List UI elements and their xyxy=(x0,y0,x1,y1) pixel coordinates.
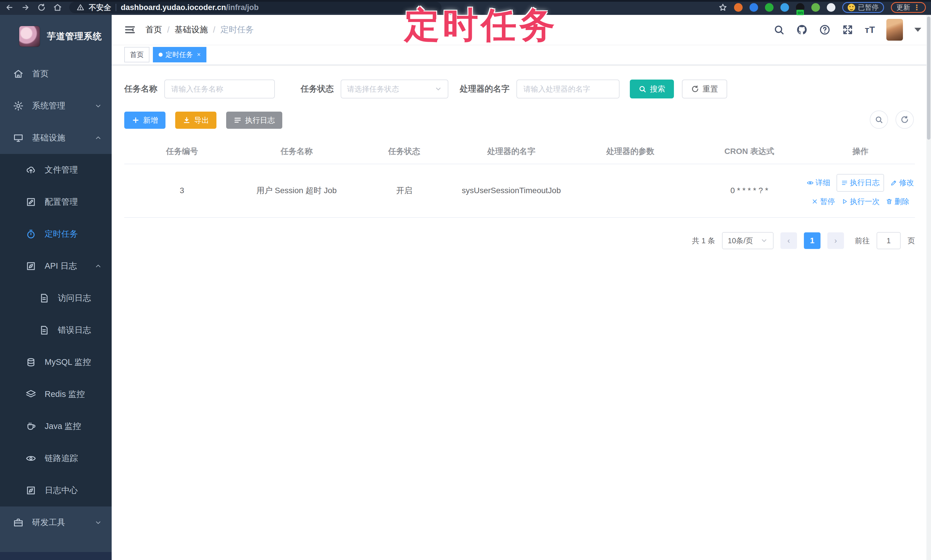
sidebar-item-14[interactable]: 研发工具 xyxy=(0,506,112,538)
op-执行一次-link[interactable]: 执行一次 xyxy=(841,196,880,208)
search-icon[interactable] xyxy=(773,24,785,35)
download-icon xyxy=(183,116,191,124)
sidebar-item-2[interactable]: 基础设施 xyxy=(0,122,112,154)
sidebar-item-1[interactable]: 系统管理 xyxy=(0,90,112,122)
column-header-1: 任务名称 xyxy=(240,140,354,164)
current-page-button[interactable]: 1 xyxy=(804,232,820,249)
goto-label: 前往 xyxy=(855,236,870,246)
extension-dark-on-icon[interactable] xyxy=(796,3,805,12)
column-header-0: 任务编号 xyxy=(124,140,240,164)
breadcrumb-separator: / xyxy=(167,25,170,35)
github-icon[interactable] xyxy=(796,24,808,35)
sidebar-item-6[interactable]: API 日志 xyxy=(0,250,112,282)
handler-name-input[interactable] xyxy=(516,80,620,98)
sidebar-item-8[interactable]: 错误日志 xyxy=(0,314,112,346)
help-icon[interactable] xyxy=(819,24,831,35)
job-status-select[interactable]: 请选择任务状态 xyxy=(341,80,449,98)
collapse-sidebar-icon[interactable] xyxy=(124,24,136,35)
extension-paw-icon[interactable] xyxy=(827,3,835,12)
add-button[interactable]: 新增 xyxy=(124,112,165,129)
column-header-6: 操作 xyxy=(806,140,915,164)
font-size-icon[interactable]: тT xyxy=(865,25,875,35)
reload-icon[interactable] xyxy=(37,3,46,12)
browser-toolbar: 不安全 dashboard.yudao.iocoder.cn/infra/job… xyxy=(0,0,931,15)
table-toolbar: 新增 导出 执行日志 xyxy=(124,112,915,129)
address-bar[interactable]: 不安全 dashboard.yudao.iocoder.cn/infra/job xyxy=(69,2,441,13)
update-chip[interactable]: 更新 ⋮ xyxy=(891,2,926,13)
column-header-2: 任务状态 xyxy=(354,140,455,164)
extension-blue-drop-icon[interactable] xyxy=(749,3,758,12)
gear-icon xyxy=(13,101,23,111)
briefcase-icon xyxy=(13,517,23,528)
export-button[interactable]: 导出 xyxy=(175,112,216,129)
op-删除-link[interactable]: 删除 xyxy=(886,196,909,208)
url-path[interactable]: /infra/job xyxy=(226,3,259,12)
fullscreen-icon[interactable] xyxy=(842,24,853,35)
refresh-icon xyxy=(691,85,699,93)
close-tab-icon[interactable]: × xyxy=(197,51,201,58)
sidebar-item-13[interactable]: 日志中心 xyxy=(0,474,112,506)
sidebar-item-7[interactable]: 访问日志 xyxy=(0,282,112,314)
toggle-search-button[interactable] xyxy=(870,111,888,129)
sidebar-item-9[interactable]: MySQL 监控 xyxy=(0,346,112,378)
bookmark-star-icon[interactable] xyxy=(718,3,727,12)
op-修改-link[interactable]: 修改 xyxy=(890,177,914,189)
jobs-table: 任务编号任务名称任务状态处理器的名字处理器的参数CRON 表达式操作 3 用户 … xyxy=(124,140,915,218)
sidebar-item-12[interactable]: 链路追踪 xyxy=(0,442,112,474)
scrollbar-thumb[interactable] xyxy=(927,17,930,140)
extension-green-v-icon[interactable] xyxy=(765,3,774,12)
tab-0[interactable]: 首页 xyxy=(124,47,150,62)
kebab-menu-icon[interactable]: ⋮ xyxy=(913,4,920,11)
layers-icon xyxy=(26,389,36,400)
sidebar-item-0[interactable]: 首页 xyxy=(0,58,112,90)
breadcrumb: 首页/基础设施/定时任务 xyxy=(145,24,254,35)
sidebar-logo-row[interactable]: 芋道管理系统 xyxy=(0,15,112,58)
cell-job-status: 开启 xyxy=(354,164,455,217)
database-icon xyxy=(26,357,36,368)
user-avatar[interactable] xyxy=(886,19,903,41)
job-name-input[interactable] xyxy=(164,80,275,98)
page-size-select[interactable]: 10条/页 xyxy=(722,232,774,249)
sidebar-item-5[interactable]: 定时任务 xyxy=(0,218,112,250)
sidebar-item-label: 基础设施 xyxy=(32,132,65,144)
warning-icon xyxy=(77,4,84,11)
refresh-table-button[interactable] xyxy=(896,111,914,129)
goto-page-input[interactable] xyxy=(877,232,901,249)
tab-1[interactable]: 定时任务 × xyxy=(153,47,207,62)
url-host[interactable]: dashboard.yudao.iocoder.cn xyxy=(121,3,226,12)
paused-extension-chip[interactable]: 已暂停 xyxy=(842,2,884,13)
security-label[interactable]: 不安全 xyxy=(89,3,111,12)
extension-blue-icon[interactable] xyxy=(780,3,789,12)
forward-icon[interactable] xyxy=(21,3,30,12)
search-button[interactable]: 搜索 xyxy=(630,80,674,98)
sidebar-item-4[interactable]: 配置管理 xyxy=(0,186,112,218)
cell-cron: 0 * * * * ? * xyxy=(693,164,806,217)
back-icon[interactable] xyxy=(5,3,14,12)
sidebar-item-11[interactable]: Java 监控 xyxy=(0,410,112,442)
home-icon[interactable] xyxy=(53,3,62,12)
chev-down xyxy=(94,519,102,526)
op-暂停-link[interactable]: 暂停 xyxy=(811,196,835,208)
table-row[interactable]: 3 用户 Session 超时 Job 开启 sysUserSessionTim… xyxy=(124,164,915,217)
column-header-5: CRON 表达式 xyxy=(693,140,806,164)
op-详细-link[interactable]: 详细 xyxy=(807,177,830,189)
sidebar-item-label: 系统管理 xyxy=(32,100,65,112)
pen-icon xyxy=(890,179,897,186)
sidebar-item-label: 定时任务 xyxy=(45,228,78,240)
reset-button[interactable]: 重置 xyxy=(682,80,727,98)
extension-orange-icon[interactable] xyxy=(734,3,743,12)
breadcrumb-item-1[interactable]: 基础设施 xyxy=(175,24,208,35)
prev-page-button[interactable]: ‹ xyxy=(780,232,797,249)
refresh-icon xyxy=(900,115,909,124)
avatar-caret-icon[interactable] xyxy=(914,28,921,32)
page-scrollbar[interactable] xyxy=(926,15,931,560)
op-执行日志-link[interactable]: 执行日志 xyxy=(837,174,884,192)
column-header-3: 处理器的名字 xyxy=(455,140,568,164)
play-icon xyxy=(841,198,848,205)
breadcrumb-item-0[interactable]: 首页 xyxy=(145,24,162,35)
next-page-button[interactable]: › xyxy=(827,232,844,249)
job-log-button[interactable]: 执行日志 xyxy=(226,112,282,129)
sidebar-item-10[interactable]: Redis 监控 xyxy=(0,378,112,410)
extension-leaf-icon[interactable] xyxy=(811,3,820,12)
sidebar-item-3[interactable]: 文件管理 xyxy=(0,154,112,186)
